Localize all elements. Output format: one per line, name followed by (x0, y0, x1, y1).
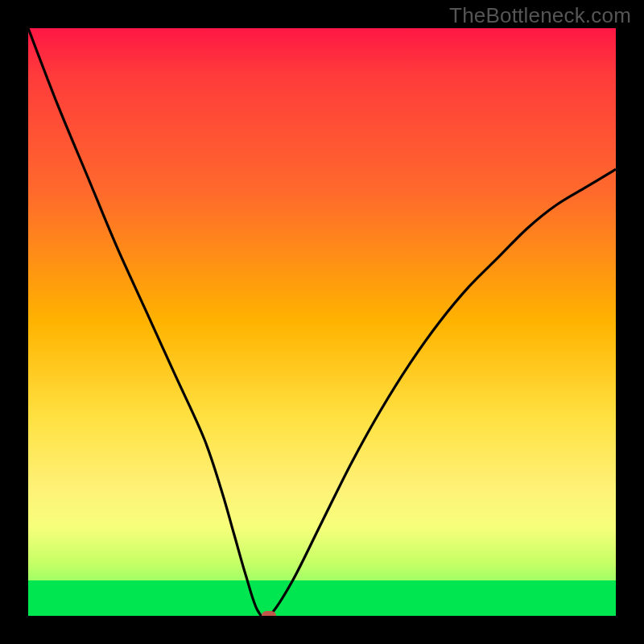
bottleneck-curve (28, 28, 616, 616)
curve-path (28, 28, 616, 616)
plot-area (28, 28, 616, 616)
bottleneck-marker (262, 611, 276, 616)
attribution-text: TheBottleneck.com (449, 3, 631, 28)
chart-frame: TheBottleneck.com (0, 0, 644, 644)
